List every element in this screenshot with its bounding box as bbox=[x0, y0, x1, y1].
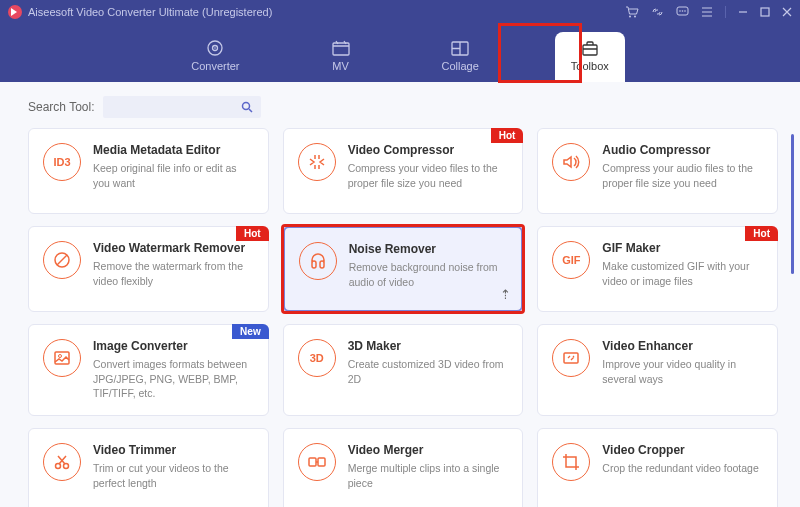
noise-icon bbox=[299, 242, 337, 280]
tool-desc: Make customized GIF with your video or i… bbox=[602, 259, 763, 288]
tool-desc: Remove background noise from audio of vi… bbox=[349, 260, 508, 289]
tool-video-enhancer[interactable]: Video Enhancer Improve your video qualit… bbox=[537, 324, 778, 416]
tool-title: Video Enhancer bbox=[602, 339, 763, 353]
tool-title: Media Metadata Editor bbox=[93, 143, 254, 157]
nav-converter[interactable]: Converter bbox=[175, 32, 255, 82]
id3-icon: ID3 bbox=[43, 143, 81, 181]
image-conv-icon bbox=[43, 339, 81, 377]
enhance-icon bbox=[552, 339, 590, 377]
svg-point-13 bbox=[242, 103, 249, 110]
svg-point-4 bbox=[682, 10, 684, 12]
svg-point-1 bbox=[634, 16, 636, 18]
tool-desc: Trim or cut your videos to the perfect l… bbox=[93, 461, 254, 490]
svg-rect-17 bbox=[564, 353, 578, 363]
tool-title: Video Watermark Remover bbox=[93, 241, 254, 255]
tool-video-trimmer[interactable]: Video Trimmer Trim or cut your videos to… bbox=[28, 428, 269, 507]
tools-grid-wrap: ID3 Media Metadata Editor Keep original … bbox=[0, 128, 800, 507]
trim-icon bbox=[43, 443, 81, 481]
tool-desc: Merge multiple clips into a single piece bbox=[348, 461, 509, 490]
tool-title: Image Converter bbox=[93, 339, 254, 353]
svg-point-0 bbox=[629, 16, 631, 18]
hot-badge: Hot bbox=[745, 226, 778, 241]
compress-icon bbox=[298, 143, 336, 181]
pin-icon: ⇡ bbox=[500, 287, 511, 302]
toolbox-icon bbox=[581, 40, 599, 56]
tool-title: GIF Maker bbox=[602, 241, 763, 255]
app-logo-icon bbox=[8, 5, 22, 19]
tool-desc: Compress your video files to the proper … bbox=[348, 161, 509, 190]
3d-icon: 3D bbox=[298, 339, 336, 377]
window-title: Aiseesoft Video Converter Ultimate (Unre… bbox=[28, 6, 625, 18]
maximize-button[interactable] bbox=[760, 7, 770, 17]
hot-badge: Hot bbox=[491, 128, 524, 143]
crop-icon bbox=[552, 443, 590, 481]
audio-compress-icon bbox=[552, 143, 590, 181]
new-badge: New bbox=[232, 324, 269, 339]
tool-desc: Convert images formats between JPG/JPEG,… bbox=[93, 357, 254, 401]
tool-noise-remover[interactable]: Noise Remover Remove background noise fr… bbox=[283, 226, 524, 312]
tool-video-merger[interactable]: Video Merger Merge multiple clips into a… bbox=[283, 428, 524, 507]
search-input[interactable] bbox=[103, 96, 261, 118]
collage-icon bbox=[451, 40, 469, 56]
scrollbar[interactable] bbox=[791, 134, 794, 274]
tool-title: Video Compressor bbox=[348, 143, 509, 157]
svg-rect-10 bbox=[333, 43, 349, 55]
tool-desc: Crop the redundant video footage bbox=[602, 461, 763, 476]
nav-mv[interactable]: MV bbox=[316, 32, 366, 82]
nav-label: Toolbox bbox=[571, 60, 609, 72]
nav-toolbox[interactable]: Toolbox bbox=[555, 32, 625, 82]
gif-icon: GIF bbox=[552, 241, 590, 279]
tool-desc: Create customized 3D video from 2D bbox=[348, 357, 509, 386]
tool-3d-maker[interactable]: 3D 3D Maker Create customized 3D video f… bbox=[283, 324, 524, 416]
search-icon bbox=[241, 101, 253, 113]
tool-title: 3D Maker bbox=[348, 339, 509, 353]
tool-title: Video Trimmer bbox=[93, 443, 254, 457]
close-button[interactable] bbox=[782, 7, 792, 17]
svg-rect-12 bbox=[583, 45, 597, 55]
titlebar: Aiseesoft Video Converter Ultimate (Unre… bbox=[0, 0, 800, 24]
watermark-icon bbox=[43, 241, 81, 279]
tools-grid: ID3 Media Metadata Editor Keep original … bbox=[28, 128, 778, 507]
nav-label: MV bbox=[332, 60, 349, 72]
minimize-button[interactable] bbox=[738, 7, 748, 17]
converter-icon bbox=[206, 40, 224, 56]
svg-rect-20 bbox=[309, 458, 316, 466]
tool-desc: Compress your audio files to the proper … bbox=[602, 161, 763, 190]
chat-icon[interactable] bbox=[676, 6, 689, 18]
nav-label: Collage bbox=[442, 60, 479, 72]
tool-title: Video Merger bbox=[348, 443, 509, 457]
tool-desc: Remove the watermark from the video flex… bbox=[93, 259, 254, 288]
svg-rect-6 bbox=[761, 8, 769, 16]
nav-collage[interactable]: Collage bbox=[426, 32, 495, 82]
svg-point-5 bbox=[684, 10, 686, 12]
tool-title: Video Cropper bbox=[602, 443, 763, 457]
navbar: Converter MV Collage Toolbox bbox=[0, 24, 800, 82]
link-icon[interactable] bbox=[651, 6, 664, 18]
merge-icon bbox=[298, 443, 336, 481]
tool-video-compressor[interactable]: Hot Video Compressor Compress your video… bbox=[283, 128, 524, 214]
search-row: Search Tool: bbox=[0, 82, 800, 128]
divider bbox=[725, 6, 726, 18]
tool-desc: Improve your video quality in several wa… bbox=[602, 357, 763, 386]
titlebar-controls bbox=[625, 6, 792, 18]
svg-point-9 bbox=[215, 47, 217, 49]
menu-icon[interactable] bbox=[701, 7, 713, 17]
tool-audio-compressor[interactable]: Audio Compressor Compress your audio fil… bbox=[537, 128, 778, 214]
svg-point-3 bbox=[679, 10, 681, 12]
mv-icon bbox=[332, 40, 350, 56]
search-label: Search Tool: bbox=[28, 100, 95, 114]
tool-title: Audio Compressor bbox=[602, 143, 763, 157]
nav-label: Converter bbox=[191, 60, 239, 72]
svg-rect-21 bbox=[318, 458, 325, 466]
tool-image-converter[interactable]: New Image Converter Convert images forma… bbox=[28, 324, 269, 416]
tool-video-cropper[interactable]: Video Cropper Crop the redundant video f… bbox=[537, 428, 778, 507]
svg-point-16 bbox=[59, 355, 62, 358]
tool-video-watermark-remover[interactable]: Hot Video Watermark Remover Remove the w… bbox=[28, 226, 269, 312]
tool-media-metadata-editor[interactable]: ID3 Media Metadata Editor Keep original … bbox=[28, 128, 269, 214]
cart-icon[interactable] bbox=[625, 6, 639, 18]
tool-gif-maker[interactable]: Hot GIF GIF Maker Make customized GIF wi… bbox=[537, 226, 778, 312]
tool-desc: Keep original file info or edit as you w… bbox=[93, 161, 254, 190]
tool-title: Noise Remover bbox=[349, 242, 508, 256]
hot-badge: Hot bbox=[236, 226, 269, 241]
